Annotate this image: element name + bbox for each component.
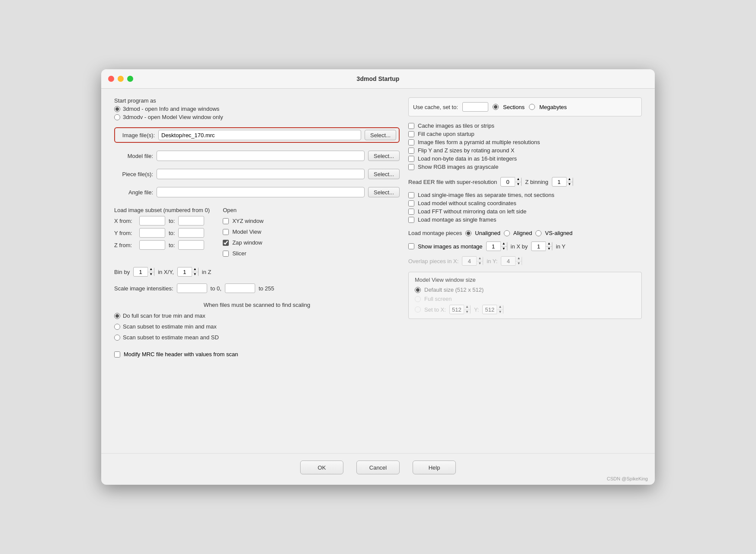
slicer-checkbox[interactable] — [223, 251, 229, 257]
overlap-y-up-btn[interactable]: ▲ — [516, 256, 522, 261]
when-files-label: When files must be scanned to find scali… — [114, 302, 400, 308]
in-x-up-btn[interactable]: ▲ — [501, 242, 507, 247]
in-x-input[interactable] — [487, 242, 500, 251]
16bit-checkbox[interactable] — [408, 156, 414, 162]
model-file-input[interactable] — [157, 151, 365, 161]
in-y-down-btn[interactable]: ▼ — [546, 247, 552, 251]
bin-z-down-btn[interactable]: ▼ — [192, 272, 198, 277]
ok-button[interactable]: OK — [300, 461, 343, 474]
piece-select-button[interactable]: Select... — [368, 169, 400, 179]
z-to-input[interactable] — [178, 240, 204, 250]
y-from-input[interactable] — [139, 228, 165, 238]
model-no-scaling-checkbox[interactable] — [408, 200, 414, 206]
y-to-input[interactable] — [178, 228, 204, 238]
z-binning-down-btn[interactable]: ▼ — [567, 182, 573, 187]
scale-from-input[interactable] — [177, 283, 207, 293]
z-binning-spinner[interactable]: ▲ ▼ — [552, 177, 573, 187]
in-x-spinner[interactable]: ▲ ▼ — [486, 242, 507, 251]
image-file-input[interactable]: Desktop/rec_170.mrc — [158, 130, 361, 140]
mv-y-input[interactable] — [483, 305, 497, 314]
sections-radio[interactable] — [493, 104, 499, 110]
start-option-2-radio[interactable] — [114, 114, 120, 120]
angle-select-button[interactable]: Select... — [368, 187, 400, 197]
in-y-spinner[interactable]: ▲ ▼ — [531, 242, 552, 251]
mv-set-radio[interactable] — [415, 306, 421, 312]
mv-fullscreen-radio[interactable] — [415, 296, 421, 302]
model-view-checkbox[interactable] — [223, 229, 229, 235]
overlap-x-spinner[interactable]: ▲ ▼ — [462, 256, 483, 266]
watermark: CSDN @SpikeKing — [607, 476, 648, 481]
bin-x-input[interactable] — [134, 267, 147, 277]
overlap-x-up-btn[interactable]: ▲ — [477, 256, 483, 261]
help-button[interactable]: Help — [413, 461, 456, 474]
x-from-input[interactable] — [139, 216, 165, 225]
in-y-up-btn[interactable]: ▲ — [546, 242, 552, 247]
rgb-grayscale-checkbox[interactable] — [408, 164, 414, 170]
fft-checkbox[interactable] — [408, 209, 414, 215]
mv-y-label: Y: — [474, 306, 479, 313]
angle-file-input[interactable] — [157, 187, 365, 197]
start-option-1-radio[interactable] — [114, 106, 120, 112]
z-binning-up-btn[interactable]: ▲ — [567, 177, 573, 182]
mv-y-up-btn[interactable]: ▲ — [497, 305, 503, 310]
mv-default-radio[interactable] — [415, 287, 421, 293]
eer-down-btn[interactable]: ▼ — [515, 182, 521, 187]
overlap-x-input[interactable] — [462, 256, 476, 266]
unaligned-radio[interactable] — [465, 230, 471, 236]
z-from-input[interactable] — [139, 240, 165, 250]
in-y-input[interactable] — [532, 242, 545, 251]
overlap-y-spinner[interactable]: ▲ ▼ — [501, 256, 522, 266]
montage-single-frames-checkbox[interactable] — [408, 217, 414, 223]
model-select-button[interactable]: Select... — [368, 151, 400, 161]
overlap-x-down-btn[interactable]: ▼ — [477, 261, 483, 266]
eer-value-spinner[interactable]: ▲ ▼ — [500, 177, 522, 187]
bin-z-input[interactable] — [178, 267, 192, 277]
eer-up-btn[interactable]: ▲ — [515, 177, 521, 182]
mv-x-up-btn[interactable]: ▲ — [464, 305, 470, 310]
bin-x-spinner[interactable]: ▲ ▼ — [133, 267, 154, 277]
in-y-label: in Y — [556, 243, 565, 250]
show-images-checkbox[interactable] — [408, 243, 414, 249]
cancel-button[interactable]: Cancel — [356, 461, 400, 474]
in-x-down-btn[interactable]: ▼ — [501, 247, 507, 251]
cache-tiles-checkbox[interactable] — [408, 123, 414, 129]
cache-label: Use cache, set to: — [413, 104, 458, 110]
mv-x-spinner[interactable]: ▲ ▼ — [449, 305, 471, 314]
pyramid-checkbox[interactable] — [408, 139, 414, 145]
bin-x-down-btn[interactable]: ▼ — [148, 272, 154, 277]
single-image-checkbox[interactable] — [408, 192, 414, 198]
scale-to-input[interactable] — [225, 283, 255, 293]
piece-file-input[interactable] — [157, 169, 365, 179]
scan-subset-mean-sd-radio[interactable] — [114, 335, 120, 341]
aligned-radio[interactable] — [504, 230, 510, 236]
image-select-button[interactable]: Select... — [365, 130, 396, 140]
zap-checkbox[interactable] — [223, 240, 229, 246]
bin-z-up-btn[interactable]: ▲ — [192, 267, 198, 272]
z-binning-input[interactable] — [552, 177, 566, 187]
minimize-button[interactable] — [118, 76, 124, 82]
close-button[interactable] — [108, 76, 114, 82]
fill-cache-checkbox[interactable] — [408, 131, 414, 137]
mv-x-input[interactable] — [450, 305, 464, 314]
mv-y-spinner[interactable]: ▲ ▼ — [482, 305, 503, 314]
traffic-lights — [108, 76, 133, 82]
mv-y-down-btn[interactable]: ▼ — [497, 310, 503, 315]
bin-x-up-btn[interactable]: ▲ — [148, 267, 154, 272]
bin-z-spinner[interactable]: ▲ ▼ — [177, 267, 199, 277]
vs-aligned-radio[interactable] — [535, 230, 541, 236]
xyz-checkbox[interactable] — [223, 218, 229, 224]
eer-value-input[interactable] — [501, 177, 515, 187]
model-no-scaling-row: Load model without scaling coordinates — [408, 200, 642, 206]
x-to-input[interactable] — [178, 216, 204, 225]
flip-yz-checkbox[interactable] — [408, 148, 414, 154]
megabytes-radio[interactable] — [529, 104, 535, 110]
cache-value-input[interactable] — [462, 102, 488, 112]
full-scan-radio[interactable] — [114, 313, 120, 319]
modify-mrc-checkbox[interactable] — [114, 351, 120, 358]
overlap-y-down-btn[interactable]: ▼ — [516, 261, 522, 266]
scan-subset-min-max-radio[interactable] — [114, 324, 120, 330]
subset-open-section: Load image subset (numbered from 0) X fr… — [114, 207, 400, 258]
mv-x-down-btn[interactable]: ▼ — [464, 310, 470, 315]
maximize-button[interactable] — [127, 76, 133, 82]
overlap-y-input[interactable] — [501, 256, 515, 266]
